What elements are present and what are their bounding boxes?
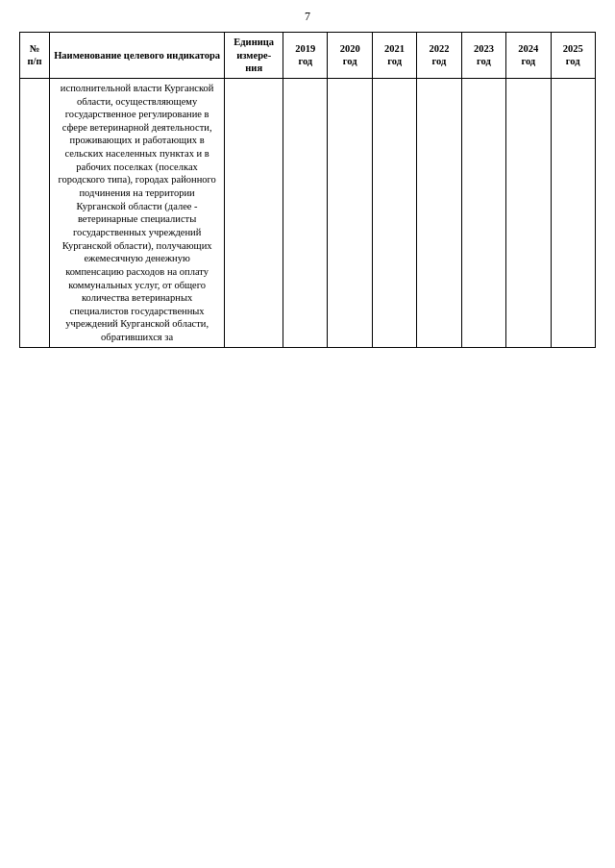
cell-2022 [417,78,461,347]
cell-2023 [461,78,505,347]
header-2020: 2020 год [328,33,372,79]
header-2022: 2022 год [417,33,461,79]
table-header-row: № п/п Наименование целевого индикатора Е… [20,33,596,79]
cell-name: исполнительной власти Курганской области… [49,78,224,347]
header-2021: 2021 год [372,33,416,79]
cell-num [20,78,50,347]
header-2023: 2023 год [461,33,505,79]
cell-2025 [551,78,596,347]
cell-2019 [283,78,328,347]
header-2024: 2024 год [506,33,551,79]
cell-2020 [328,78,372,347]
header-2025: 2025 год [551,33,596,79]
page-container: 7 № п/п Наименование целевого индикатора… [0,0,615,868]
page-number-text: 7 [305,10,310,23]
table-row: исполнительной власти Курганской области… [20,78,596,347]
header-num: № п/п [20,33,50,79]
cell-2021 [372,78,416,347]
header-unit: Единица измере-ния [225,33,283,79]
cell-unit [225,78,283,347]
page-number: 7 [19,10,596,24]
cell-2024 [506,78,551,347]
header-2019: 2019 год [283,33,328,79]
main-table: № п/п Наименование целевого индикатора Е… [19,32,596,348]
header-name: Наименование целевого индикатора [49,33,224,79]
